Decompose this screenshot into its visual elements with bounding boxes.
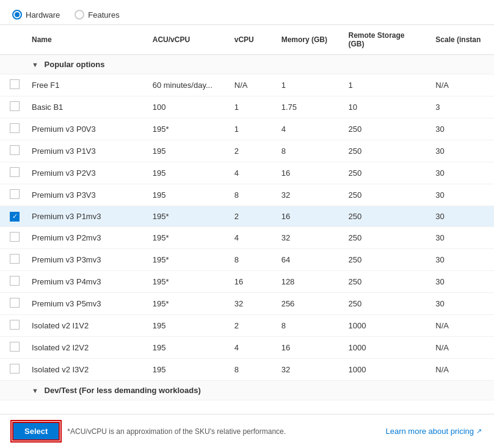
- cell-vcpu: 1: [227, 96, 274, 118]
- cell-acu: 60 minutes/day...: [145, 74, 227, 96]
- cell-memory: 32: [274, 184, 341, 206]
- row-checkbox[interactable]: [10, 79, 20, 89]
- table-row[interactable]: Premium v3 P3mv3 195* 8 64 250 30: [0, 248, 494, 270]
- row-checkbox[interactable]: [10, 342, 20, 352]
- cell-scale: 30: [428, 118, 494, 140]
- cell-vcpu: 8: [227, 184, 274, 206]
- cell-vcpu: 32: [227, 292, 274, 314]
- cell-scale: N/A: [428, 74, 494, 96]
- table-row[interactable]: Free F1 60 minutes/day... N/A 1 1 N/A: [0, 74, 494, 96]
- cell-memory: 4: [274, 118, 341, 140]
- cell-storage: 250: [341, 248, 429, 270]
- cell-name: Premium v3 P2V3: [24, 162, 145, 184]
- learn-more-link[interactable]: Learn more about pricing ↗: [385, 427, 482, 436]
- cell-acu: 100: [145, 96, 227, 118]
- footer-bar: Select *ACU/vCPU is an approximation of …: [0, 414, 494, 448]
- table-row[interactable]: Premium v3 P3V3 195 8 32 250 30: [0, 184, 494, 206]
- cell-storage: 250: [341, 162, 429, 184]
- footer-note: *ACU/vCPU is an approximation of the SKU…: [67, 427, 378, 436]
- cell-storage: 250: [341, 270, 429, 292]
- chevron-icon: ▼: [32, 61, 38, 68]
- cell-storage: 1000: [341, 314, 429, 336]
- external-link-icon: ↗: [476, 427, 482, 435]
- cell-scale: 30: [428, 292, 494, 314]
- cell-memory: 128: [274, 270, 341, 292]
- cell-memory: 1: [274, 74, 341, 96]
- row-checkbox[interactable]: [10, 123, 20, 133]
- cell-acu: 195*: [145, 118, 227, 140]
- cell-name: Premium v3 P3mv3: [24, 248, 145, 270]
- top-bar: Hardware Features: [0, 0, 494, 25]
- row-checkbox[interactable]: [10, 276, 20, 286]
- cell-name: Isolated v2 I3V2: [24, 358, 145, 380]
- table-row[interactable]: Isolated v2 I2V2 195 4 16 1000 N/A: [0, 336, 494, 358]
- cell-memory: 32: [274, 358, 341, 380]
- table-row[interactable]: Premium v3 P1V3 195 2 8 250 30: [0, 140, 494, 162]
- table-row[interactable]: Isolated v2 I3V2 195 8 32 1000 N/A: [0, 358, 494, 380]
- cell-storage: 10: [341, 96, 429, 118]
- row-checkbox[interactable]: [10, 189, 20, 199]
- cell-memory: 64: [274, 248, 341, 270]
- cell-acu: 195*: [145, 206, 227, 227]
- cell-vcpu: 16: [227, 270, 274, 292]
- cell-scale: N/A: [428, 358, 494, 380]
- cell-storage: 1: [341, 74, 429, 96]
- select-button[interactable]: Select: [12, 422, 60, 441]
- row-checkbox[interactable]: [10, 364, 20, 374]
- col-header-memory: Memory (GB): [274, 25, 341, 55]
- cell-storage: 250: [341, 118, 429, 140]
- cell-vcpu: 2: [227, 314, 274, 336]
- cell-scale: 30: [428, 140, 494, 162]
- table-row[interactable]: Premium v3 P2mv3 195* 4 32 250 30: [0, 226, 494, 248]
- cell-acu: 195: [145, 336, 227, 358]
- section-header-devtest[interactable]: ▼ Dev/Test (For less demanding workloads…: [0, 380, 494, 400]
- row-checkbox[interactable]: [10, 254, 20, 264]
- table-row[interactable]: Basic B1 100 1 1.75 10 3: [0, 96, 494, 118]
- cell-storage: 1000: [341, 358, 429, 380]
- cell-name: Basic B1: [24, 96, 145, 118]
- cell-scale: 30: [428, 248, 494, 270]
- cell-acu: 195: [145, 184, 227, 206]
- row-checkbox[interactable]: ✓: [10, 212, 20, 222]
- table-row[interactable]: Premium v3 P5mv3 195* 32 256 250 30: [0, 292, 494, 314]
- table-row[interactable]: Premium v3 P4mv3 195* 16 128 250 30: [0, 270, 494, 292]
- table-row[interactable]: Premium v3 P0V3 195* 1 4 250 30: [0, 118, 494, 140]
- hardware-radio-circle: [12, 10, 22, 20]
- cell-memory: 8: [274, 140, 341, 162]
- cell-acu: 195*: [145, 270, 227, 292]
- table-row[interactable]: ✓ Premium v3 P1mv3 195* 2 16 250 30: [0, 206, 494, 227]
- cell-name: Premium v3 P1V3: [24, 140, 145, 162]
- cell-acu: 195: [145, 162, 227, 184]
- features-radio[interactable]: Features: [74, 10, 119, 20]
- cell-vcpu: 8: [227, 358, 274, 380]
- section-header-popular[interactable]: ▼ Popular options: [0, 55, 494, 74]
- col-header-name: Name: [24, 25, 145, 55]
- cell-acu: 195*: [145, 292, 227, 314]
- cell-name: Isolated v2 I1V2: [24, 314, 145, 336]
- learn-more-label: Learn more about pricing: [385, 427, 474, 436]
- col-header-checkbox: [0, 25, 24, 55]
- cell-acu: 195: [145, 140, 227, 162]
- row-checkbox[interactable]: [10, 320, 20, 330]
- row-checkbox[interactable]: [10, 167, 20, 177]
- cell-vcpu: 2: [227, 140, 274, 162]
- table-row[interactable]: Premium v3 P2V3 195 4 16 250 30: [0, 162, 494, 184]
- cell-vcpu: N/A: [227, 74, 274, 96]
- cell-vcpu: 4: [227, 226, 274, 248]
- cell-storage: 250: [341, 184, 429, 206]
- row-checkbox[interactable]: [10, 101, 20, 111]
- table-container: Name ACU/vCPU vCPU Memory (GB) Remote St…: [0, 25, 494, 414]
- table-row[interactable]: Isolated v2 I1V2 195 2 8 1000 N/A: [0, 314, 494, 336]
- cell-memory: 16: [274, 162, 341, 184]
- hardware-radio[interactable]: Hardware: [12, 10, 60, 20]
- cell-memory: 16: [274, 336, 341, 358]
- cell-memory: 256: [274, 292, 341, 314]
- row-checkbox[interactable]: [10, 298, 20, 308]
- row-checkbox[interactable]: [10, 232, 20, 242]
- row-checkbox[interactable]: [10, 145, 20, 155]
- cell-vcpu: 4: [227, 162, 274, 184]
- cell-memory: 1.75: [274, 96, 341, 118]
- cell-memory: 16: [274, 206, 341, 227]
- cell-storage: 250: [341, 226, 429, 248]
- col-header-scale: Scale (instan: [428, 25, 494, 55]
